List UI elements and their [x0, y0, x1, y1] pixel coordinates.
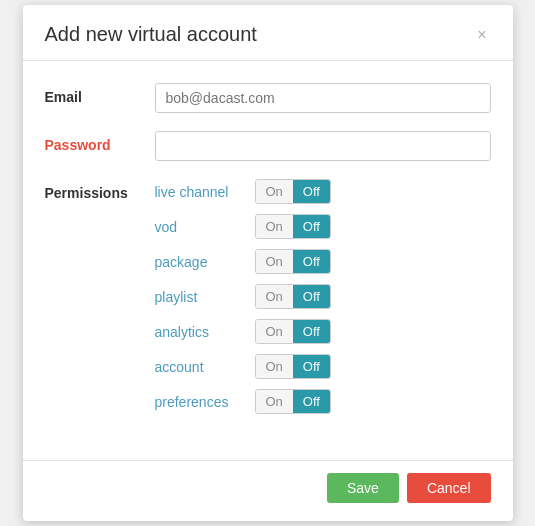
toggle-off-button[interactable]: Off: [293, 355, 330, 378]
toggle-group: OnOff: [255, 214, 331, 239]
permission-row: analyticsOnOff: [155, 319, 491, 344]
email-input[interactable]: [155, 83, 491, 113]
toggle-off-button[interactable]: Off: [293, 250, 330, 273]
toggle-off-button[interactable]: Off: [293, 180, 330, 203]
permissions-row: Permissions live channelOnOffvodOnOffpac…: [45, 179, 491, 424]
permission-name: live channel: [155, 184, 245, 200]
modal-title: Add new virtual account: [45, 23, 257, 46]
permission-name: package: [155, 254, 245, 270]
permission-row: packageOnOff: [155, 249, 491, 274]
email-row: Email: [45, 83, 491, 113]
toggle-on-button[interactable]: On: [256, 285, 293, 308]
password-input[interactable]: [155, 131, 491, 161]
toggle-off-button[interactable]: Off: [293, 390, 330, 413]
toggle-on-button[interactable]: On: [256, 320, 293, 343]
toggle-group: OnOff: [255, 389, 331, 414]
toggle-on-button[interactable]: On: [256, 180, 293, 203]
close-button[interactable]: ×: [473, 25, 490, 45]
toggle-group: OnOff: [255, 284, 331, 309]
permission-row: vodOnOff: [155, 214, 491, 239]
toggle-group: OnOff: [255, 354, 331, 379]
toggle-on-button[interactable]: On: [256, 355, 293, 378]
toggle-off-button[interactable]: Off: [293, 320, 330, 343]
permission-name: playlist: [155, 289, 245, 305]
email-label: Email: [45, 83, 155, 105]
toggle-off-button[interactable]: Off: [293, 285, 330, 308]
toggle-on-button[interactable]: On: [256, 250, 293, 273]
permission-row: live channelOnOff: [155, 179, 491, 204]
toggle-on-button[interactable]: On: [256, 215, 293, 238]
modal-footer: Save Cancel: [23, 460, 513, 521]
toggle-group: OnOff: [255, 249, 331, 274]
permissions-label: Permissions: [45, 179, 155, 201]
permissions-wrapper: live channelOnOffvodOnOffpackageOnOffpla…: [155, 179, 491, 424]
modal: Add new virtual account × Email Password…: [23, 5, 513, 521]
password-label: Password: [45, 131, 155, 153]
permission-name: preferences: [155, 394, 245, 410]
permission-row: accountOnOff: [155, 354, 491, 379]
password-row: Password: [45, 131, 491, 161]
permission-name: analytics: [155, 324, 245, 340]
modal-header: Add new virtual account ×: [23, 5, 513, 61]
toggle-off-button[interactable]: Off: [293, 215, 330, 238]
toggle-group: OnOff: [255, 179, 331, 204]
save-button[interactable]: Save: [327, 473, 399, 503]
cancel-button[interactable]: Cancel: [407, 473, 491, 503]
permission-name: account: [155, 359, 245, 375]
permission-row: playlistOnOff: [155, 284, 491, 309]
modal-body: Email Password Permissions live channelO…: [23, 61, 513, 452]
toggle-on-button[interactable]: On: [256, 390, 293, 413]
permission-name: vod: [155, 219, 245, 235]
toggle-group: OnOff: [255, 319, 331, 344]
permission-row: preferencesOnOff: [155, 389, 491, 414]
